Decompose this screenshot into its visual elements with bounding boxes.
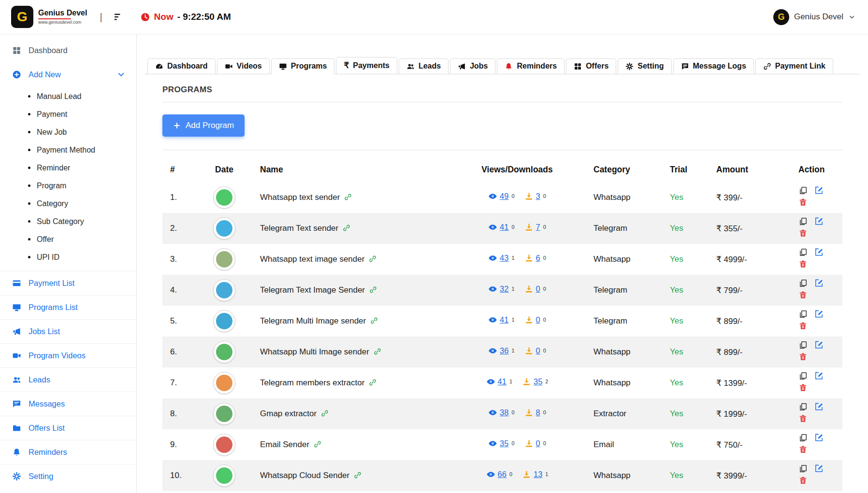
sidebar-item-jobs-list[interactable]: Jobs List [0, 319, 136, 343]
views-link[interactable]: 32 [500, 284, 508, 294]
delete-button[interactable] [798, 414, 808, 423]
program-link-icon[interactable] [370, 317, 378, 324]
views-link[interactable]: 36 [500, 346, 508, 355]
sidebar-subitem-payment-method[interactable]: Payment Method [0, 141, 136, 159]
downloads-link[interactable]: 35 [534, 377, 542, 386]
sidebar-item-setting[interactable]: Setting [0, 464, 136, 488]
edit-button[interactable] [814, 433, 824, 442]
sidebar-subitem-category[interactable]: Category [0, 195, 136, 212]
downloads-link[interactable]: 0 [536, 439, 540, 448]
sidebar-item-messages[interactable]: Messages [0, 392, 136, 416]
sidebar-subitem-payment[interactable]: Payment [0, 105, 136, 123]
delete-button[interactable] [798, 352, 808, 361]
sidebar-subitem-reminder[interactable]: Reminder [0, 159, 136, 177]
delete-button[interactable] [798, 321, 808, 330]
sort-bars-icon[interactable] [113, 12, 124, 22]
views-link[interactable]: 38 [500, 408, 508, 417]
tab-payments[interactable]: ₹Payments [336, 57, 397, 74]
program-link-icon[interactable] [369, 286, 377, 294]
add-program-button[interactable]: Add Program [162, 114, 245, 137]
views-link[interactable]: 41 [500, 315, 508, 324]
downloads-link[interactable]: 8 [536, 408, 540, 417]
program-link-icon[interactable] [369, 255, 376, 263]
edit-button[interactable] [814, 217, 824, 226]
sidebar-item-offers-list[interactable]: Offers List [0, 416, 136, 440]
views-link[interactable]: 43 [500, 254, 508, 263]
downloads-link[interactable]: 7 [536, 223, 540, 232]
copy-button[interactable] [798, 310, 808, 319]
delete-button[interactable] [798, 197, 808, 207]
program-link-icon[interactable] [354, 471, 362, 479]
sidebar-item-dashboard[interactable]: Dashboard [0, 38, 136, 62]
tab-leads[interactable]: Leads [399, 58, 448, 74]
copy-button[interactable] [798, 402, 808, 411]
program-link-icon[interactable] [374, 348, 381, 355]
delete-button[interactable] [798, 476, 808, 485]
program-link-icon[interactable] [344, 193, 352, 201]
copy-button[interactable] [798, 340, 808, 350]
grid-icon [574, 62, 582, 70]
brand-logo[interactable]: G Genius Devel www.geniusdevel.com [11, 6, 87, 28]
edit-button[interactable] [814, 464, 824, 473]
edit-button[interactable] [814, 248, 824, 257]
downloads-link[interactable]: 6 [536, 254, 540, 263]
views-link[interactable]: 35 [500, 439, 508, 448]
sidebar-subitem-upi-id[interactable]: UPI ID [0, 248, 136, 266]
tab-payment-link[interactable]: Payment Link [755, 58, 833, 74]
program-link-icon[interactable] [343, 224, 350, 232]
tab-offers[interactable]: Offers [566, 58, 616, 74]
edit-button[interactable] [814, 371, 824, 380]
copy-button[interactable] [798, 186, 808, 195]
edit-button[interactable] [814, 186, 824, 195]
program-link-icon[interactable] [369, 379, 376, 386]
delete-button[interactable] [798, 383, 808, 392]
tab-jobs[interactable]: Jobs [450, 58, 495, 74]
edit-button[interactable] [814, 402, 824, 411]
downloads-link[interactable]: 0 [536, 315, 540, 324]
edit-button[interactable] [814, 310, 824, 319]
delete-button[interactable] [798, 259, 808, 268]
views-link[interactable]: 41 [498, 377, 506, 386]
sidebar-subitem-sub-category[interactable]: Sub Category [0, 212, 136, 230]
tab-dashboard[interactable]: Dashboard [147, 58, 216, 74]
sidebar-item-program-videos[interactable]: Program Videos [0, 343, 136, 367]
tab-message-logs[interactable]: Message Logs [673, 58, 754, 74]
sidebar-item-reminders[interactable]: Reminders [0, 440, 136, 464]
sidebar-subitem-new-job[interactable]: New Job [0, 123, 136, 141]
views-link[interactable]: 66 [498, 470, 506, 479]
sidebar-item-leads[interactable]: Leads [0, 367, 136, 392]
downloads-link[interactable]: 0 [536, 346, 540, 355]
copy-button[interactable] [798, 217, 808, 226]
delete-button[interactable] [798, 445, 808, 454]
delete-button[interactable] [798, 228, 808, 238]
downloads-link[interactable]: 13 [534, 470, 542, 479]
copy-button[interactable] [798, 279, 808, 288]
sidebar-subitem-offer[interactable]: Offer [0, 230, 136, 248]
copy-button[interactable] [798, 464, 808, 473]
edit-button[interactable] [814, 340, 824, 350]
copy-button[interactable] [798, 371, 808, 380]
tab-videos[interactable]: Videos [217, 58, 270, 74]
downloads-link[interactable]: 0 [536, 284, 540, 294]
amount-cell: ₹ 899/- [712, 306, 795, 337]
views-link[interactable]: 41 [500, 223, 508, 232]
views-link[interactable]: 49 [500, 192, 508, 201]
sidebar-item-add-new[interactable]: Add New [0, 62, 136, 86]
copy-button[interactable] [798, 248, 808, 257]
sidebar-subitem-manual-lead[interactable]: Manual Lead [0, 87, 136, 105]
downloads-link[interactable]: 3 [536, 192, 540, 201]
tab-reminders[interactable]: Reminders [497, 58, 564, 74]
copy-button[interactable] [798, 433, 808, 442]
sidebar-item-payment-list[interactable]: Payment List [0, 271, 136, 295]
program-link-icon[interactable] [314, 440, 321, 448]
program-link-icon[interactable] [321, 409, 329, 417]
tab-programs[interactable]: Programs [271, 58, 335, 74]
program-name: Whatsapp Multi Image sender [260, 347, 369, 356]
sidebar-item-programs-list[interactable]: Programs List [0, 295, 136, 319]
program-name: Gmap extractor [260, 409, 317, 418]
sidebar-subitem-program[interactable]: Program [0, 177, 136, 195]
delete-button[interactable] [798, 290, 808, 299]
tab-setting[interactable]: Setting [618, 58, 671, 74]
edit-button[interactable] [814, 279, 824, 288]
user-menu[interactable]: G Genius Devel [773, 9, 855, 25]
